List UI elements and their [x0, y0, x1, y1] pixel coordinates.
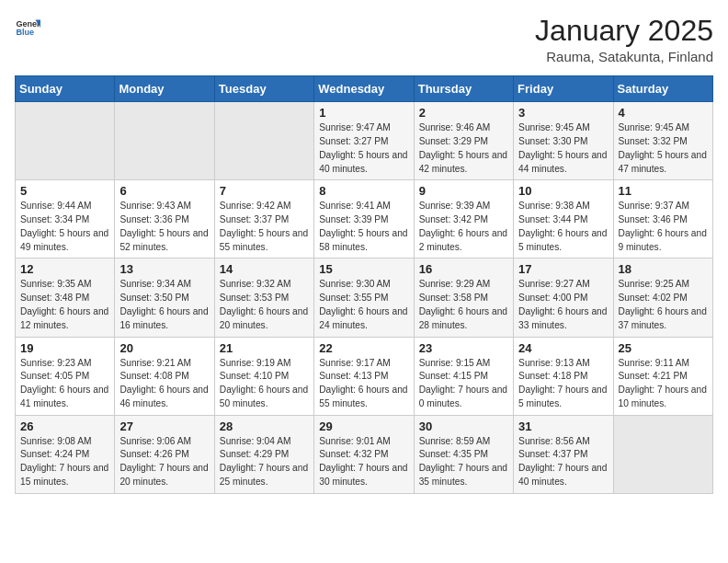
day-number: 13 [119, 262, 209, 276]
day-info: Sunrise: 9:42 AM Sunset: 3:37 PM Dayligh… [220, 200, 309, 254]
day-number: 24 [518, 341, 608, 355]
logo: General Blue [15, 15, 40, 40]
day-cell-1-5: 10Sunrise: 9:38 AM Sunset: 3:44 PM Dayli… [514, 180, 613, 259]
day-cell-4-4: 30Sunrise: 8:59 AM Sunset: 4:35 PM Dayli… [414, 415, 513, 493]
day-cell-3-4: 23Sunrise: 9:15 AM Sunset: 4:15 PM Dayli… [414, 337, 513, 415]
day-cell-2-2: 14Sunrise: 9:32 AM Sunset: 3:53 PM Dayli… [214, 259, 313, 337]
day-cell-4-1: 27Sunrise: 9:06 AM Sunset: 4:26 PM Dayli… [115, 415, 214, 493]
day-cell-2-0: 12Sunrise: 9:35 AM Sunset: 3:48 PM Dayli… [16, 259, 115, 337]
day-info: Sunrise: 9:38 AM Sunset: 3:44 PM Dayligh… [518, 200, 608, 254]
week-row-2: 5Sunrise: 9:44 AM Sunset: 3:34 PM Daylig… [16, 180, 713, 259]
day-cell-2-4: 16Sunrise: 9:29 AM Sunset: 3:58 PM Dayli… [414, 259, 513, 337]
day-number: 7 [220, 184, 309, 198]
day-number: 31 [518, 419, 608, 433]
day-cell-1-1: 6Sunrise: 9:43 AM Sunset: 3:36 PM Daylig… [115, 180, 214, 259]
day-cell-0-4: 2Sunrise: 9:46 AM Sunset: 3:29 PM Daylig… [414, 102, 513, 180]
title-area: January 2025 Rauma, Satakunta, Finland [535, 15, 713, 64]
header-tuesday: Tuesday [214, 76, 313, 102]
day-cell-3-2: 21Sunrise: 9:19 AM Sunset: 4:10 PM Dayli… [214, 337, 313, 415]
day-number: 21 [220, 341, 309, 355]
day-cell-2-1: 13Sunrise: 9:34 AM Sunset: 3:50 PM Dayli… [115, 259, 214, 337]
header-sunday: Sunday [16, 76, 115, 102]
day-info: Sunrise: 9:04 AM Sunset: 4:29 PM Dayligh… [220, 435, 309, 489]
day-info: Sunrise: 8:56 AM Sunset: 4:37 PM Dayligh… [518, 435, 608, 489]
day-number: 29 [319, 419, 408, 433]
day-info: Sunrise: 9:41 AM Sunset: 3:39 PM Dayligh… [319, 200, 408, 254]
logo-icon: General Blue [15, 15, 40, 40]
day-number: 3 [518, 106, 608, 120]
day-number: 11 [619, 184, 708, 198]
day-cell-1-0: 5Sunrise: 9:44 AM Sunset: 3:34 PM Daylig… [16, 180, 115, 259]
day-cell-0-1 [115, 102, 214, 180]
day-number: 26 [20, 419, 109, 433]
day-cell-3-1: 20Sunrise: 9:21 AM Sunset: 4:08 PM Dayli… [115, 337, 214, 415]
day-info: Sunrise: 9:32 AM Sunset: 3:53 PM Dayligh… [220, 278, 309, 332]
week-row-5: 26Sunrise: 9:08 AM Sunset: 4:24 PM Dayli… [16, 415, 713, 493]
svg-text:Blue: Blue [16, 28, 34, 37]
day-info: Sunrise: 9:45 AM Sunset: 3:32 PM Dayligh… [619, 121, 708, 176]
day-info: Sunrise: 9:13 AM Sunset: 4:18 PM Dayligh… [518, 357, 608, 411]
header-thursday: Thursday [414, 76, 513, 102]
day-number: 4 [619, 106, 708, 120]
week-row-1: 1Sunrise: 9:47 AM Sunset: 3:27 PM Daylig… [16, 102, 713, 180]
day-cell-2-6: 18Sunrise: 9:25 AM Sunset: 4:02 PM Dayli… [613, 259, 712, 337]
day-cell-3-0: 19Sunrise: 9:23 AM Sunset: 4:05 PM Dayli… [16, 337, 115, 415]
day-number: 20 [119, 341, 209, 355]
day-number: 25 [619, 341, 708, 355]
day-info: Sunrise: 9:11 AM Sunset: 4:21 PM Dayligh… [619, 357, 708, 411]
day-cell-4-5: 31Sunrise: 8:56 AM Sunset: 4:37 PM Dayli… [514, 415, 613, 493]
day-cell-3-6: 25Sunrise: 9:11 AM Sunset: 4:21 PM Dayli… [613, 337, 712, 415]
day-number: 6 [119, 184, 209, 198]
header-saturday: Saturday [613, 76, 712, 102]
day-number: 14 [220, 262, 309, 276]
day-info: Sunrise: 9:37 AM Sunset: 3:46 PM Dayligh… [619, 200, 708, 254]
header-friday: Friday [514, 76, 613, 102]
day-info: Sunrise: 9:06 AM Sunset: 4:26 PM Dayligh… [119, 435, 209, 489]
day-info: Sunrise: 9:39 AM Sunset: 3:42 PM Dayligh… [419, 200, 508, 254]
day-info: Sunrise: 9:47 AM Sunset: 3:27 PM Dayligh… [319, 121, 408, 176]
day-number: 19 [20, 341, 109, 355]
day-number: 22 [319, 341, 408, 355]
day-cell-0-0 [16, 102, 115, 180]
day-info: Sunrise: 9:29 AM Sunset: 3:58 PM Dayligh… [419, 278, 508, 332]
day-info: Sunrise: 9:23 AM Sunset: 4:05 PM Dayligh… [20, 357, 109, 411]
day-number: 27 [119, 419, 209, 433]
day-info: Sunrise: 9:19 AM Sunset: 4:10 PM Dayligh… [220, 357, 309, 411]
day-number: 23 [419, 341, 508, 355]
day-number: 2 [419, 106, 508, 120]
weekday-header-row: Sunday Monday Tuesday Wednesday Thursday… [16, 76, 713, 102]
day-number: 1 [319, 106, 408, 120]
day-cell-1-2: 7Sunrise: 9:42 AM Sunset: 3:37 PM Daylig… [214, 180, 313, 259]
day-info: Sunrise: 9:08 AM Sunset: 4:24 PM Dayligh… [20, 435, 109, 489]
day-cell-0-6: 4Sunrise: 9:45 AM Sunset: 3:32 PM Daylig… [613, 102, 712, 180]
day-number: 15 [319, 262, 408, 276]
day-cell-0-5: 3Sunrise: 9:45 AM Sunset: 3:30 PM Daylig… [514, 102, 613, 180]
day-cell-1-3: 8Sunrise: 9:41 AM Sunset: 3:39 PM Daylig… [314, 180, 414, 259]
day-info: Sunrise: 9:44 AM Sunset: 3:34 PM Dayligh… [20, 200, 109, 254]
day-cell-1-6: 11Sunrise: 9:37 AM Sunset: 3:46 PM Dayli… [613, 180, 712, 259]
day-number: 10 [518, 184, 608, 198]
day-info: Sunrise: 9:35 AM Sunset: 3:48 PM Dayligh… [20, 278, 109, 332]
day-info: Sunrise: 9:25 AM Sunset: 4:02 PM Dayligh… [619, 278, 708, 332]
calendar-table: Sunday Monday Tuesday Wednesday Thursday… [15, 75, 713, 494]
day-cell-2-3: 15Sunrise: 9:30 AM Sunset: 3:55 PM Dayli… [314, 259, 414, 337]
day-info: Sunrise: 9:45 AM Sunset: 3:30 PM Dayligh… [518, 121, 608, 176]
day-number: 30 [419, 419, 508, 433]
day-cell-2-5: 17Sunrise: 9:27 AM Sunset: 4:00 PM Dayli… [514, 259, 613, 337]
calendar-subtitle: Rauma, Satakunta, Finland [535, 49, 713, 64]
day-cell-4-2: 28Sunrise: 9:04 AM Sunset: 4:29 PM Dayli… [214, 415, 313, 493]
day-number: 18 [619, 262, 708, 276]
day-cell-4-6 [613, 415, 712, 493]
day-cell-0-2 [214, 102, 313, 180]
calendar-title: January 2025 [535, 15, 713, 47]
header: General Blue January 2025 Rauma, Satakun… [15, 15, 713, 64]
day-info: Sunrise: 9:34 AM Sunset: 3:50 PM Dayligh… [119, 278, 209, 332]
day-number: 8 [319, 184, 408, 198]
day-info: Sunrise: 9:01 AM Sunset: 4:32 PM Dayligh… [319, 435, 408, 489]
header-monday: Monday [115, 76, 214, 102]
day-info: Sunrise: 9:43 AM Sunset: 3:36 PM Dayligh… [119, 200, 209, 254]
header-wednesday: Wednesday [314, 76, 414, 102]
day-info: Sunrise: 9:27 AM Sunset: 4:00 PM Dayligh… [518, 278, 608, 332]
day-info: Sunrise: 9:21 AM Sunset: 4:08 PM Dayligh… [119, 357, 209, 411]
day-cell-4-0: 26Sunrise: 9:08 AM Sunset: 4:24 PM Dayli… [16, 415, 115, 493]
